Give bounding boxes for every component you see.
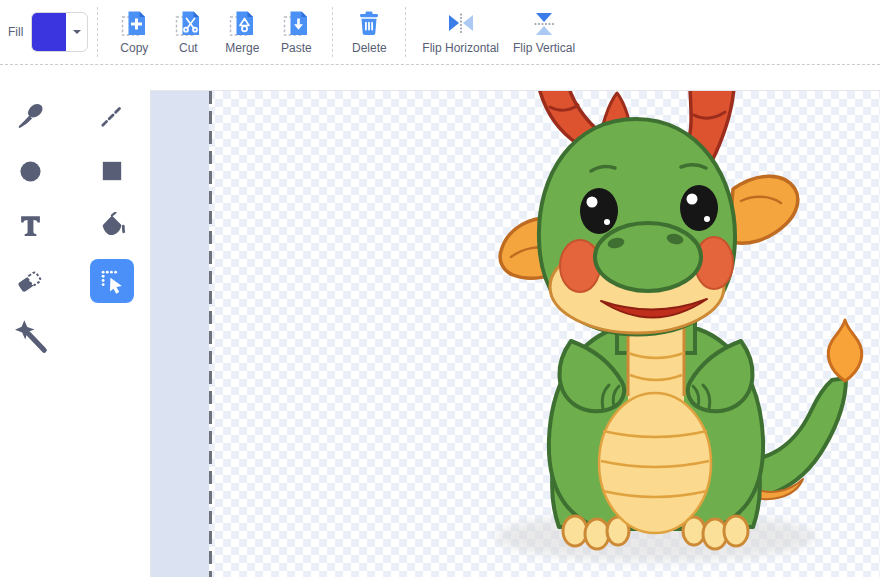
merge-page-icon bbox=[229, 10, 256, 38]
cut-page-icon bbox=[175, 10, 202, 38]
select-tool[interactable] bbox=[90, 259, 134, 303]
canvas-margin bbox=[151, 91, 209, 577]
eraser-icon bbox=[16, 267, 44, 295]
select-marquee-icon bbox=[99, 268, 126, 295]
toolbar-separator bbox=[97, 7, 98, 57]
fill-label: Fill bbox=[8, 25, 23, 39]
copy-button[interactable]: Copy bbox=[107, 4, 161, 59]
rectangle-icon bbox=[101, 160, 123, 182]
paint-canvas[interactable] bbox=[150, 90, 880, 577]
rectangle-tool[interactable] bbox=[90, 149, 134, 193]
fill-color-picker[interactable] bbox=[31, 12, 88, 52]
paint-toolbar: Fill Copy bbox=[0, 0, 880, 65]
dragon-artwork bbox=[451, 91, 880, 577]
tools-panel bbox=[0, 90, 150, 577]
brush-tool[interactable] bbox=[8, 94, 52, 138]
paint-bucket-icon bbox=[99, 212, 126, 239]
line-tool[interactable] bbox=[90, 94, 134, 138]
fill-control: Fill bbox=[8, 12, 88, 52]
copy-page-icon bbox=[121, 10, 148, 38]
paste-page-icon bbox=[283, 10, 310, 38]
fill-color-swatch bbox=[32, 13, 66, 51]
magic-wand-icon bbox=[12, 318, 48, 354]
flip-horizontal-icon bbox=[445, 10, 477, 38]
magic-wand-tool[interactable] bbox=[8, 314, 52, 358]
line-icon bbox=[99, 103, 125, 129]
brush-icon bbox=[16, 102, 44, 130]
circle-icon bbox=[19, 160, 42, 183]
merge-button[interactable]: Merge bbox=[215, 4, 269, 59]
paste-button[interactable]: Paste bbox=[269, 4, 323, 59]
canvas-boundary-dashed-line bbox=[209, 91, 212, 577]
text-icon bbox=[18, 213, 43, 238]
eraser-tool[interactable] bbox=[8, 259, 52, 303]
trash-icon bbox=[354, 10, 384, 38]
flip-vertical-button[interactable]: Flip Vertical bbox=[506, 4, 582, 59]
chevron-down-icon bbox=[73, 30, 81, 38]
fill-dropdown-button[interactable] bbox=[66, 13, 87, 51]
flip-vertical-icon bbox=[531, 10, 558, 38]
cut-button[interactable]: Cut bbox=[161, 4, 215, 59]
flip-horizontal-button[interactable]: Flip Horizontal bbox=[415, 4, 506, 59]
delete-button[interactable]: Delete bbox=[342, 4, 396, 59]
toolbar-separator bbox=[405, 7, 406, 57]
circle-tool[interactable] bbox=[8, 149, 52, 193]
toolbar-separator bbox=[332, 7, 333, 57]
text-tool[interactable] bbox=[8, 203, 52, 247]
fill-tool[interactable] bbox=[90, 203, 134, 247]
